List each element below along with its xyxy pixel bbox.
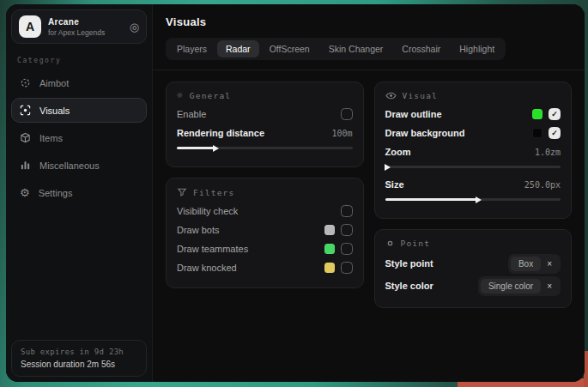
close-icon[interactable]: × xyxy=(541,259,558,269)
session-duration-text: Session duration 2m 56s xyxy=(21,360,137,369)
slider-thumb[interactable] xyxy=(213,145,219,152)
slider-thumb[interactable] xyxy=(385,164,391,171)
style-color-label: Style color xyxy=(385,281,433,291)
rendering-distance-slider[interactable] xyxy=(177,147,353,149)
page-title: Visuals xyxy=(166,15,572,28)
sidebar-item-miscellaneous[interactable]: Miscellaneous xyxy=(11,153,147,178)
sidebar: A Arcane for Apex Legends ◎ Category Aim… xyxy=(6,4,152,382)
sun-icon: ☼ xyxy=(177,91,184,100)
general-card-header: ☼ General xyxy=(177,91,353,100)
tab-offscreen[interactable]: OffScreen xyxy=(261,40,318,57)
style-point-select[interactable]: Box × xyxy=(508,254,561,274)
draw-bots-row: Draw bots xyxy=(177,221,353,239)
sub-expires-text: Sub expires in 9d 23h xyxy=(21,348,137,356)
brand-card: A Arcane for Apex Legends ◎ xyxy=(11,9,147,44)
draw-outline-checkbox[interactable]: ✓ xyxy=(549,108,561,120)
close-icon[interactable]: × xyxy=(541,281,558,291)
sidebar-nav: Aimbot Visuals Items Miscellaneous xyxy=(11,70,147,205)
draw-teammates-row: Draw teammates xyxy=(177,239,353,258)
draw-teammates-checkbox[interactable] xyxy=(341,243,353,255)
filters-card: Filters Visibility check Draw bots xyxy=(166,178,364,288)
funnel-icon xyxy=(177,187,187,197)
eye-scan-icon xyxy=(20,105,31,116)
zoom-slider[interactable] xyxy=(385,166,561,168)
draw-background-checkbox[interactable]: ✓ xyxy=(549,127,561,139)
style-point-row: Style point Box × xyxy=(385,252,561,275)
draw-knocked-checkbox[interactable] xyxy=(341,262,353,274)
draw-teammates-color-swatch[interactable] xyxy=(324,244,335,254)
check-icon: ✓ xyxy=(551,110,558,118)
rendering-distance-label: Rendering distance xyxy=(177,128,264,138)
draw-outline-color-swatch[interactable] xyxy=(532,109,543,119)
visual-card-header: Visual xyxy=(385,91,561,100)
point-card-title: Point xyxy=(401,239,431,248)
visibility-check-checkbox[interactable] xyxy=(341,205,353,217)
sidebar-item-aimbot[interactable]: Aimbot xyxy=(11,70,147,95)
style-color-value[interactable]: Single color xyxy=(481,279,541,293)
draw-background-color-swatch[interactable] xyxy=(532,128,543,138)
scope-icon[interactable]: ◎ xyxy=(130,21,139,33)
draw-outline-row: Draw outline ✓ xyxy=(385,105,561,124)
draw-outline-label: Draw outline xyxy=(385,109,442,119)
sidebar-item-items[interactable]: Items xyxy=(11,125,147,150)
point-icon xyxy=(385,239,395,248)
eye-icon xyxy=(385,91,397,100)
style-color-row: Style color Single color × xyxy=(385,275,561,297)
draw-bots-checkbox[interactable] xyxy=(341,224,353,236)
draw-knocked-color-swatch[interactable] xyxy=(324,263,335,273)
package-icon xyxy=(20,132,31,143)
draw-teammates-label: Draw teammates xyxy=(177,244,248,254)
main-header: Visuals Players Radar OffScreen Skin Cha… xyxy=(153,4,585,70)
zoom-value: 1.0zm xyxy=(535,148,561,157)
tab-skin-changer[interactable]: Skin Changer xyxy=(320,40,392,57)
filters-card-title: Filters xyxy=(193,188,234,197)
draw-background-label: Draw background xyxy=(385,128,465,138)
size-slider[interactable] xyxy=(385,198,561,201)
draw-bots-color-swatch[interactable] xyxy=(324,225,335,235)
size-row: Size 250.0px xyxy=(385,175,561,194)
sidebar-item-label: Settings xyxy=(39,188,73,198)
style-point-label: Style point xyxy=(385,258,433,269)
app-logo: A xyxy=(19,15,41,38)
app-title: Arcane xyxy=(48,17,105,27)
tab-crosshair[interactable]: Crosshair xyxy=(393,40,449,57)
enable-checkbox[interactable] xyxy=(341,108,353,120)
general-card: ☼ General Enable Rendering distance 100m xyxy=(166,82,364,167)
point-card: Point Style point Box × Style color Sing… xyxy=(374,229,573,308)
tab-bar: Players Radar OffScreen Skin Changer Cro… xyxy=(166,38,506,60)
brand-text: Arcane for Apex Legends xyxy=(48,17,105,37)
visibility-check-label: Visibility check xyxy=(177,206,238,216)
style-color-select[interactable]: Single color × xyxy=(478,276,561,296)
draw-knocked-label: Draw knocked xyxy=(177,263,237,273)
slider-fill xyxy=(177,147,214,149)
tab-highlight[interactable]: Highlight xyxy=(451,40,503,57)
draw-bots-label: Draw bots xyxy=(177,225,220,235)
sidebar-item-visuals[interactable]: Visuals xyxy=(11,98,147,123)
tab-players[interactable]: Players xyxy=(168,40,215,57)
enable-label: Enable xyxy=(177,109,206,119)
app-subtitle: for Apex Legends xyxy=(48,28,105,37)
draw-background-row: Draw background ✓ xyxy=(385,124,561,142)
sidebar-item-settings[interactable]: ⚙ Settings xyxy=(11,180,147,205)
category-label: Category xyxy=(17,57,141,64)
sidebar-item-label: Aimbot xyxy=(39,78,69,88)
app-window: A Arcane for Apex Legends ◎ Category Aim… xyxy=(6,4,585,382)
rendering-distance-value: 100m xyxy=(331,129,352,138)
gear-icon: ⚙ xyxy=(20,187,30,198)
filters-card-header: Filters xyxy=(177,187,353,197)
enable-row: Enable xyxy=(177,105,353,124)
check-icon: ✓ xyxy=(551,129,558,137)
main-panel: Visuals Players Radar OffScreen Skin Cha… xyxy=(152,4,585,382)
point-card-header: Point xyxy=(385,239,561,248)
sidebar-item-label: Items xyxy=(39,133,63,143)
size-label: Size xyxy=(385,179,404,190)
left-column: ☼ General Enable Rendering distance 100m xyxy=(166,82,364,288)
draw-knocked-row: Draw knocked xyxy=(177,258,353,277)
slider-thumb[interactable] xyxy=(476,197,482,203)
sidebar-item-label: Miscellaneous xyxy=(39,160,100,171)
style-point-value[interactable]: Box xyxy=(511,257,541,271)
tab-radar[interactable]: Radar xyxy=(217,40,259,57)
rendering-distance-row: Rendering distance 100m xyxy=(177,124,353,142)
visibility-check-row: Visibility check xyxy=(177,202,353,221)
visual-card: Visual Draw outline ✓ Draw background xyxy=(374,82,573,219)
